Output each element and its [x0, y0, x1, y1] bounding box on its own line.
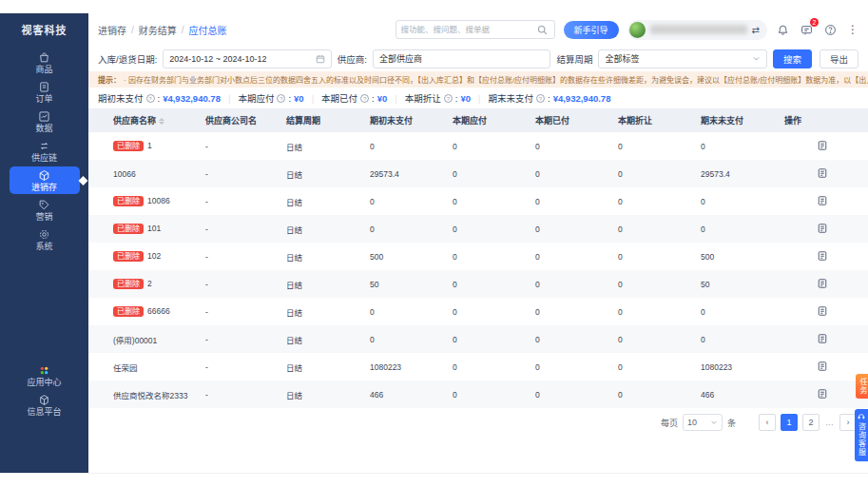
table-row: 已删除2-日结5000050: [88, 270, 868, 298]
detail-ledger-icon[interactable]: [817, 167, 828, 179]
message-icon[interactable]: 2: [800, 23, 813, 36]
cell-closing-unpaid: 29573.4: [693, 160, 777, 187]
cell-operation: [777, 243, 868, 270]
sidebar-item-7[interactable]: 应用中心: [10, 361, 80, 389]
cell-operation: [777, 187, 868, 215]
summary-label: 期初未支付: [98, 91, 144, 105]
date-range-input[interactable]: 2024-10-12 ~ 2024-10-12: [163, 49, 332, 68]
detail-ledger-icon[interactable]: [817, 250, 828, 262]
summary-colon: :: [455, 93, 458, 104]
sidebar-item-4[interactable]: 进销存: [10, 166, 80, 194]
sidebar-item-1[interactable]: 订单: [10, 78, 80, 106]
cell-current-payable: 0: [445, 298, 528, 325]
info-icon[interactable]: ?: [360, 94, 369, 103]
detail-ledger-icon[interactable]: [817, 140, 828, 151]
search-button[interactable]: 搜索: [773, 49, 812, 68]
column-header-5: 本期已付: [528, 108, 610, 132]
export-button[interactable]: 导出: [820, 49, 858, 68]
summary-bar: 期初未支付?:¥4,932,940.78|本期应付?:¥0|本期已付?:¥0|本…: [88, 88, 868, 108]
cell-supplier-name: 已删除2: [88, 270, 198, 298]
breadcrumb-item[interactable]: 进销存: [98, 23, 126, 37]
cell-operation: [777, 325, 868, 353]
global-search: [395, 20, 555, 39]
gear-icon: [38, 228, 50, 241]
detail-ledger-icon[interactable]: [817, 388, 828, 400]
info-icon[interactable]: ?: [277, 94, 285, 103]
chevron-down-icon: [710, 419, 718, 426]
pages-ellipsis[interactable]: …: [824, 418, 835, 427]
period-select[interactable]: 全部标签: [598, 49, 767, 68]
detail-ledger-icon[interactable]: [817, 333, 828, 344]
help-icon[interactable]: [823, 23, 837, 36]
summary-label: 本期已付: [321, 91, 357, 105]
column-header-1: 供应商公司名: [198, 108, 279, 132]
column-header-8: 操作: [777, 108, 868, 132]
summary-separator: |: [312, 93, 314, 104]
detail-ledger-icon[interactable]: [817, 223, 828, 234]
detail-ledger-icon[interactable]: [817, 305, 828, 317]
cell-current-payable: 0: [445, 187, 528, 215]
sidebar-item-label: 应用中心: [27, 378, 61, 387]
more-menu-icon[interactable]: ⋮: [847, 23, 858, 36]
supplier-input[interactable]: 全部供应商: [373, 49, 550, 68]
task-float-tab[interactable]: 任务: [856, 374, 868, 399]
announcement-bell-icon[interactable]: [776, 23, 789, 36]
cell-current-paid: 0: [528, 381, 610, 408]
sidebar-item-6[interactable]: 系统: [10, 225, 80, 253]
detail-ledger-icon[interactable]: [817, 195, 828, 206]
page-button-2[interactable]: 2: [802, 414, 820, 431]
newbie-guide-button[interactable]: 新手引导: [564, 21, 619, 39]
user-account[interactable]: ⇄: [627, 20, 767, 40]
cell-opening-unpaid: 0: [362, 298, 445, 325]
switch-account-icon[interactable]: ⇄: [752, 25, 760, 35]
notice-text: · 因存在财务部门与业务部门对小数点后三位的数据四舍五入的标准以及时间口径不同，…: [124, 74, 868, 85]
info-icon[interactable]: ?: [146, 94, 155, 103]
prev-page-button[interactable]: ‹: [759, 414, 776, 431]
cell-closing-unpaid: 0: [693, 325, 777, 353]
cell-supplier-name: 10066: [88, 160, 198, 187]
table-header-row: 供应商名称供应商公司名结算周期期初未支付本期应付本期已付本期折让期末未支付操作: [88, 108, 868, 132]
cell-operation: [777, 298, 868, 325]
cell-opening-unpaid: 466: [362, 381, 445, 408]
sidebar-item-3[interactable]: 供应链: [10, 137, 80, 165]
cell-company: -: [198, 381, 279, 408]
cell-current-discount: 0: [610, 270, 693, 298]
chart-icon: [38, 110, 50, 123]
supplier-value: 全部供应商: [379, 52, 422, 65]
cell-supplier-name: 已删除102: [88, 243, 198, 270]
cell-current-paid: 0: [528, 160, 610, 187]
deleted-badge: 已删除: [113, 251, 144, 262]
detail-ledger-icon[interactable]: [817, 278, 828, 289]
per-page-select[interactable]: 10: [683, 414, 723, 431]
filter-bar: 入库/退货日期: 2024-10-12 ~ 2024-10-12 供应商: 全部…: [88, 46, 868, 71]
cell-period: 日结: [279, 215, 362, 243]
notice-banner: 提示： · 因存在财务部门与业务部门对小数点后三位的数据四舍五入的标准以及时间口…: [88, 71, 868, 88]
breadcrumb-item[interactable]: 财务结算: [139, 23, 177, 37]
info-icon[interactable]: ?: [444, 94, 453, 103]
customer-service-float-tab[interactable]: 咨询客服: [855, 409, 868, 461]
page-button-1[interactable]: 1: [781, 414, 798, 431]
column-header-0[interactable]: 供应商名称: [88, 108, 198, 132]
cell-closing-unpaid: 50: [693, 270, 777, 298]
sidebar-item-0[interactable]: 商品: [10, 49, 80, 76]
global-search-input[interactable]: [401, 25, 532, 34]
cell-supplier-name: 已删除1: [88, 132, 198, 160]
cell-operation: [777, 270, 868, 298]
sidebar-item-5[interactable]: 营销: [10, 196, 80, 224]
cell-supplier-name: 已删除101: [88, 215, 198, 243]
app-window: 视客科技 商品订单数据供应链进销存营销系统应用中心信息平台 进销存 / 财务结算…: [0, 13, 868, 474]
sidebar-item-label: 商品: [35, 65, 52, 74]
sort-icon[interactable]: [159, 118, 164, 125]
avatar[interactable]: [629, 22, 646, 38]
cell-supplier-name: 供应商悦改名称2333: [88, 381, 198, 408]
detail-ledger-icon[interactable]: [817, 361, 828, 372]
cell-period: 日结: [279, 187, 362, 215]
sidebar-item-2[interactable]: 数据: [10, 107, 80, 135]
cell-company: -: [198, 132, 279, 160]
search-icon[interactable]: [536, 23, 550, 36]
page: 视客科技 商品订单数据供应链进销存营销系统应用中心信息平台 进销存 / 财务结算…: [0, 0, 868, 488]
cell-current-discount: 0: [610, 187, 693, 215]
sidebar-item-8[interactable]: 信息平台: [10, 391, 80, 419]
cell-period: 日结: [279, 381, 362, 408]
info-icon[interactable]: ?: [536, 94, 545, 103]
